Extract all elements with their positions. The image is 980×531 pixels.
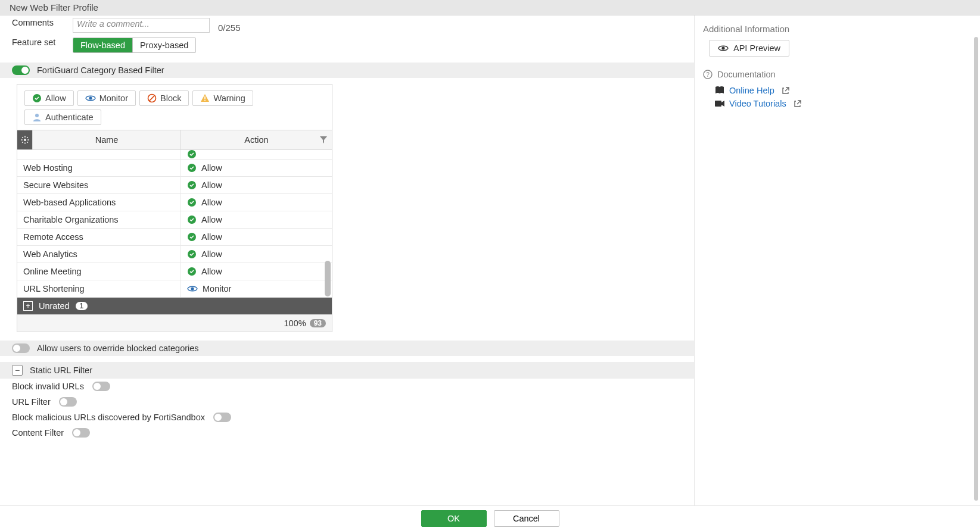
check-circle-icon bbox=[187, 249, 197, 259]
svg-rect-5 bbox=[205, 100, 206, 101]
ok-button[interactable]: OK bbox=[421, 510, 487, 527]
svg-rect-28 bbox=[715, 101, 721, 107]
sidebar-scrollbar[interactable] bbox=[974, 37, 978, 501]
svg-text:?: ? bbox=[706, 71, 710, 78]
eye-icon bbox=[187, 285, 198, 293]
category-filter-header: FortiGuard Category Based Filter bbox=[0, 63, 694, 78]
gear-icon[interactable] bbox=[17, 130, 33, 149]
feature-set-label: Feature set bbox=[12, 38, 66, 47]
table-row[interactable] bbox=[17, 150, 332, 160]
static-url-row: Block malicious URLs discovered by Forti… bbox=[0, 410, 694, 425]
table-row[interactable]: Web-based ApplicationsAllow bbox=[17, 194, 332, 211]
table-scrollbar[interactable] bbox=[325, 150, 331, 298]
row-name: Online Meeting bbox=[17, 263, 181, 280]
group-badge: 1 bbox=[76, 302, 88, 310]
proxy-based-button[interactable]: Proxy-based bbox=[132, 38, 195, 52]
eye-icon bbox=[85, 93, 96, 103]
svg-rect-4 bbox=[205, 96, 206, 99]
override-toggle[interactable] bbox=[12, 343, 30, 353]
info-sidebar: Additional Information API Preview ? Doc… bbox=[694, 15, 980, 505]
warning-button[interactable]: Warning bbox=[192, 90, 253, 106]
footer-total-badge: 93 bbox=[310, 319, 326, 327]
category-table-card: Allow Monitor Block Warning bbox=[17, 84, 332, 332]
row-name: URL Shortening bbox=[17, 280, 181, 297]
feature-set-row: Feature set Flow-based Proxy-based bbox=[0, 35, 694, 55]
eye-icon bbox=[718, 44, 729, 52]
api-preview-button[interactable]: API Preview bbox=[709, 40, 789, 57]
table-body: Web HostingAllowSecure WebsitesAllowWeb-… bbox=[17, 150, 332, 298]
svg-point-25 bbox=[721, 46, 724, 49]
book-icon bbox=[715, 86, 724, 95]
documentation-header: ? Documentation bbox=[703, 70, 969, 79]
svg-point-7 bbox=[24, 139, 26, 141]
comments-row: Comments 0/255 bbox=[0, 15, 694, 35]
switch-toggle[interactable] bbox=[92, 382, 110, 391]
table-row[interactable]: URL ShorteningMonitor bbox=[17, 280, 332, 298]
switch-label: URL Filter bbox=[12, 397, 51, 407]
block-button[interactable]: Block bbox=[139, 90, 189, 106]
switch-toggle[interactable] bbox=[59, 397, 77, 407]
svg-line-12 bbox=[22, 137, 23, 138]
video-tutorials-link[interactable]: Video Tutorials bbox=[703, 97, 969, 110]
static-url-header: − Static URL Filter bbox=[0, 362, 694, 379]
group-row-unrated[interactable]: + Unrated 1 bbox=[17, 298, 332, 314]
video-icon bbox=[715, 100, 724, 107]
row-name: Web-based Applications bbox=[17, 194, 181, 211]
check-circle-icon bbox=[32, 93, 42, 103]
sidebar-title: Additional Information bbox=[703, 24, 969, 34]
action-column-header[interactable]: Action bbox=[181, 130, 332, 149]
static-url-row: Block invalid URLs bbox=[0, 379, 694, 394]
row-action: Monitor bbox=[203, 284, 231, 293]
group-label: Unrated bbox=[39, 301, 70, 311]
collapse-icon[interactable]: − bbox=[12, 365, 23, 376]
svg-line-13 bbox=[27, 142, 27, 142]
category-filter-title: FortiGuard Category Based Filter bbox=[37, 65, 164, 75]
category-filter-toggle[interactable] bbox=[12, 65, 30, 75]
main-panel: Comments 0/255 Feature set Flow-based Pr… bbox=[0, 15, 694, 505]
action-toolbar: Allow Monitor Block Warning bbox=[17, 85, 332, 130]
svg-point-24 bbox=[191, 287, 194, 290]
row-name: Web Hosting bbox=[17, 160, 181, 176]
comments-label: Comments bbox=[12, 18, 66, 27]
check-circle-icon bbox=[187, 198, 197, 207]
check-circle-icon bbox=[187, 180, 197, 190]
check-circle-icon bbox=[187, 163, 197, 173]
row-name: Remote Access bbox=[17, 229, 181, 245]
table-row[interactable]: Web HostingAllow bbox=[17, 160, 332, 177]
flow-based-button[interactable]: Flow-based bbox=[73, 38, 132, 52]
row-action: Allow bbox=[201, 232, 222, 242]
expand-icon[interactable]: + bbox=[23, 301, 33, 311]
svg-line-15 bbox=[27, 137, 27, 138]
row-name: Secure Websites bbox=[17, 177, 181, 193]
row-name: Web Analytics bbox=[17, 246, 181, 263]
switch-label: Content Filter bbox=[12, 428, 64, 438]
check-circle-icon bbox=[187, 232, 197, 242]
check-circle-icon bbox=[187, 267, 197, 276]
static-url-title: Static URL Filter bbox=[30, 366, 92, 375]
comments-input[interactable] bbox=[73, 18, 210, 33]
allow-button[interactable]: Allow bbox=[24, 90, 74, 106]
switch-toggle[interactable] bbox=[213, 413, 231, 422]
row-action: Allow bbox=[201, 267, 222, 276]
row-action: Allow bbox=[201, 215, 222, 224]
online-help-link[interactable]: Online Help bbox=[703, 84, 969, 97]
table-row[interactable]: Online MeetingAllow bbox=[17, 263, 332, 280]
table-row[interactable]: Web AnalyticsAllow bbox=[17, 246, 332, 263]
monitor-button[interactable]: Monitor bbox=[77, 90, 136, 106]
name-column-header[interactable]: Name bbox=[33, 130, 181, 149]
switch-toggle[interactable] bbox=[72, 428, 90, 438]
table-row[interactable]: Remote AccessAllow bbox=[17, 229, 332, 246]
row-name: Charitable Organizations bbox=[17, 211, 181, 228]
static-url-row: Content Filter bbox=[0, 425, 694, 441]
table-row[interactable]: Secure WebsitesAllow bbox=[17, 177, 332, 194]
filter-icon[interactable] bbox=[320, 136, 327, 143]
row-action: Allow bbox=[201, 249, 222, 259]
external-link-icon bbox=[782, 87, 789, 95]
switch-label: Block invalid URLs bbox=[12, 382, 84, 391]
window-title: New Web Filter Profile bbox=[0, 0, 980, 15]
table-row[interactable]: Charitable OrganizationsAllow bbox=[17, 211, 332, 229]
authenticate-button[interactable]: Authenticate bbox=[24, 110, 101, 125]
cancel-button[interactable]: Cancel bbox=[494, 510, 559, 527]
footer-percent: 100% bbox=[284, 318, 306, 328]
svg-point-6 bbox=[35, 114, 39, 117]
